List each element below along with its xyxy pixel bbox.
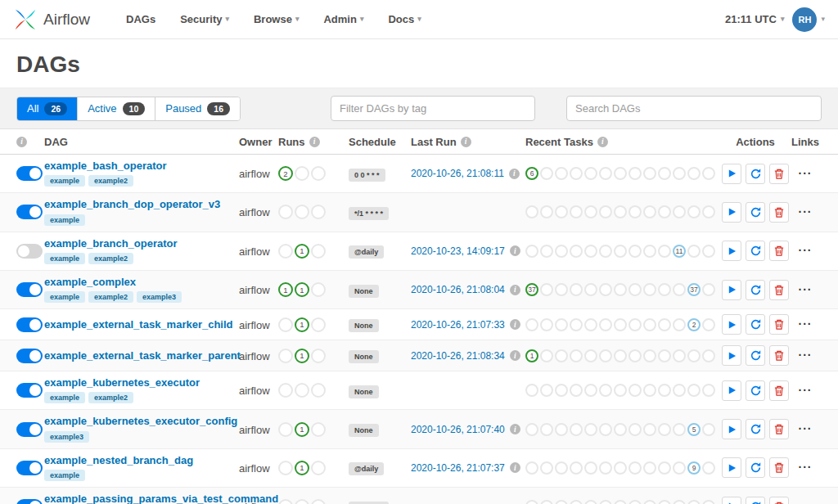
run-status-circle[interactable] bbox=[278, 244, 293, 259]
trigger-dag-button[interactable] bbox=[722, 380, 741, 401]
task-status-circle[interactable] bbox=[643, 500, 656, 504]
nav-item-admin[interactable]: Admin bbox=[323, 13, 363, 25]
task-status-circle[interactable] bbox=[628, 167, 642, 180]
clock-dropdown[interactable]: 21:11 UTC bbox=[725, 13, 784, 25]
task-status-circle[interactable] bbox=[584, 384, 597, 397]
task-status-circle[interactable] bbox=[702, 205, 715, 218]
task-status-circle[interactable] bbox=[570, 167, 583, 180]
delete-dag-button[interactable] bbox=[769, 241, 789, 261]
dag-name-link[interactable]: example_external_task_marker_child bbox=[44, 319, 232, 331]
run-status-circle[interactable] bbox=[311, 205, 326, 219]
refresh-dag-button[interactable] bbox=[746, 345, 765, 366]
task-status-circle[interactable] bbox=[702, 283, 715, 296]
task-status-circle[interactable] bbox=[599, 318, 612, 331]
task-status-circle[interactable] bbox=[555, 349, 568, 362]
task-status-circle[interactable]: 5 bbox=[687, 423, 701, 436]
run-status-circle[interactable] bbox=[311, 461, 326, 475]
task-status-circle[interactable] bbox=[658, 500, 671, 504]
trigger-dag-button[interactable] bbox=[722, 202, 741, 223]
task-status-circle[interactable] bbox=[628, 500, 642, 504]
delete-dag-button[interactable] bbox=[769, 164, 789, 184]
task-status-circle[interactable] bbox=[658, 384, 671, 397]
task-status-circle[interactable] bbox=[525, 245, 538, 258]
run-status-circle[interactable] bbox=[295, 166, 309, 181]
task-status-circle[interactable] bbox=[584, 461, 597, 475]
task-status-circle[interactable] bbox=[614, 245, 627, 258]
run-status-circle[interactable] bbox=[311, 422, 326, 437]
tag-filter-input[interactable] bbox=[331, 96, 535, 121]
task-status-circle[interactable] bbox=[570, 423, 583, 436]
task-status-circle[interactable] bbox=[570, 205, 583, 218]
task-status-circle[interactable] bbox=[673, 500, 686, 504]
task-status-circle[interactable] bbox=[525, 205, 538, 218]
task-status-circle[interactable] bbox=[673, 205, 686, 218]
user-menu[interactable]: RH bbox=[792, 7, 825, 32]
task-status-circle[interactable] bbox=[540, 245, 553, 258]
task-status-circle[interactable] bbox=[643, 423, 656, 436]
task-status-circle[interactable] bbox=[584, 423, 597, 436]
trigger-dag-button[interactable] bbox=[722, 419, 741, 439]
dag-pause-toggle[interactable] bbox=[16, 349, 43, 363]
task-status-circle[interactable] bbox=[614, 167, 627, 180]
run-status-circle[interactable] bbox=[278, 317, 293, 332]
links-menu-button[interactable] bbox=[799, 353, 813, 358]
run-status-circle[interactable] bbox=[278, 383, 293, 398]
dag-pause-toggle[interactable] bbox=[16, 499, 43, 504]
run-status-circle[interactable]: 2 bbox=[278, 166, 293, 181]
dag-tag[interactable]: example3 bbox=[137, 291, 182, 303]
task-status-circle[interactable] bbox=[570, 461, 583, 475]
dag-name-link[interactable]: example_kubernetes_executor bbox=[44, 377, 232, 389]
task-status-circle[interactable] bbox=[643, 384, 656, 397]
delete-dag-button[interactable] bbox=[769, 345, 789, 366]
task-status-circle[interactable] bbox=[614, 384, 627, 397]
links-menu-button[interactable] bbox=[799, 465, 813, 470]
task-status-circle[interactable] bbox=[628, 384, 642, 397]
trigger-dag-button[interactable] bbox=[722, 497, 741, 504]
task-status-circle[interactable] bbox=[702, 349, 715, 362]
task-status-circle[interactable] bbox=[702, 500, 715, 504]
task-status-circle[interactable] bbox=[555, 167, 568, 180]
task-status-circle[interactable] bbox=[555, 423, 568, 436]
task-status-circle[interactable] bbox=[658, 349, 671, 362]
dag-name-link[interactable]: example_nested_branch_dag bbox=[44, 455, 232, 466]
task-status-circle[interactable] bbox=[599, 384, 612, 397]
last-run-link[interactable]: 2020-10-26, 21:08:11 bbox=[411, 168, 504, 179]
run-status-circle[interactable] bbox=[295, 383, 309, 398]
task-status-circle[interactable] bbox=[525, 461, 538, 475]
task-status-circle[interactable] bbox=[599, 167, 612, 180]
dag-tag[interactable]: example2 bbox=[88, 253, 133, 264]
task-status-circle[interactable] bbox=[673, 423, 686, 436]
trigger-dag-button[interactable] bbox=[722, 280, 741, 300]
task-status-circle[interactable] bbox=[555, 318, 568, 331]
task-status-circle[interactable] bbox=[658, 283, 671, 296]
task-status-circle[interactable] bbox=[540, 349, 553, 362]
refresh-dag-button[interactable] bbox=[746, 457, 765, 478]
tab-paused[interactable]: Paused 16 bbox=[155, 97, 240, 120]
task-status-circle[interactable] bbox=[540, 500, 553, 504]
run-status-circle[interactable] bbox=[278, 499, 293, 504]
task-status-circle[interactable] bbox=[584, 349, 597, 362]
task-status-circle[interactable] bbox=[525, 384, 538, 397]
last-run-link[interactable]: 2020-10-23, 14:09:17 bbox=[411, 245, 505, 257]
refresh-dag-button[interactable] bbox=[746, 241, 765, 261]
task-status-circle[interactable] bbox=[599, 423, 612, 436]
run-status-circle[interactable] bbox=[311, 383, 326, 398]
run-status-circle[interactable] bbox=[295, 205, 309, 219]
task-status-circle[interactable]: 9 bbox=[687, 461, 701, 475]
delete-dag-button[interactable] bbox=[769, 419, 789, 439]
run-status-circle[interactable]: 1 bbox=[295, 317, 309, 332]
task-status-circle[interactable] bbox=[555, 205, 568, 218]
task-status-circle[interactable] bbox=[540, 423, 553, 436]
trigger-dag-button[interactable] bbox=[722, 314, 741, 335]
dag-tag[interactable]: example bbox=[44, 175, 85, 187]
task-status-circle[interactable] bbox=[614, 283, 627, 296]
run-status-circle[interactable] bbox=[295, 499, 309, 504]
task-status-circle[interactable] bbox=[673, 461, 686, 475]
task-status-circle[interactable] bbox=[658, 245, 671, 258]
dag-name-link[interactable]: example_bash_operator bbox=[44, 160, 232, 172]
run-status-circle[interactable] bbox=[278, 422, 293, 437]
task-status-circle[interactable] bbox=[584, 283, 597, 296]
task-status-circle[interactable] bbox=[584, 500, 597, 504]
task-status-circle[interactable] bbox=[540, 384, 553, 397]
tab-all[interactable]: All 26 bbox=[17, 97, 78, 120]
